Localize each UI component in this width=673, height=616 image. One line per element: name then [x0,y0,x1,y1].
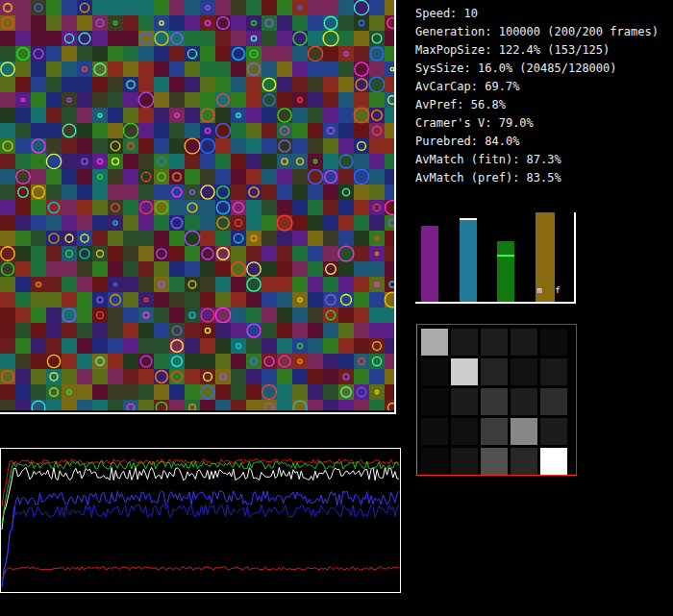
bar-chart-bottom-axis [415,302,576,304]
stat-line-avpref: AvPref: 56.8% [415,96,659,114]
bar-teal [460,218,477,302]
matrix-cell [451,358,478,385]
stat-line-maxpopsize: MaxPopSize: 122.4% (153/125) [415,41,659,60]
bar-mf-label: m f [537,285,564,295]
matrix-top-border [416,324,577,325]
matrix-bottom-border [416,475,577,476]
stat-line-purebred: Purebred: 84.0% [415,133,659,151]
matrix-cell [481,388,508,415]
stat-line-avmatch-pref: AvMatch (pref): 83.5% [415,169,659,187]
world-right-border [394,0,396,413]
matrix-cell [511,448,537,475]
bar-cap [460,218,477,220]
bar-marker [497,255,514,257]
bar-purple [421,226,438,302]
matrix-cell [481,448,508,475]
matrix-cell [481,418,508,445]
stats-panel: Speed: 10 Generation: 100000 (200/200 fr… [415,5,659,187]
matrix-left-border [416,324,417,476]
stat-line-avmatch-fitn: AvMatch (fitn): 87.3% [415,151,659,169]
matrix-cell [511,329,537,356]
matrix-cell [511,388,537,415]
matrix-cell [481,358,508,385]
matrix-cell [451,329,478,356]
history-chart [0,448,401,593]
matrix-cell [481,329,508,356]
stat-line-speed: Speed: 10 [415,5,659,23]
matrix-cell [451,388,478,415]
matrix-cell [540,448,567,475]
world-view [0,0,394,410]
stat-line-cramersv: Cramer's V: 79.0% [415,114,659,133]
bar-chart-right-axis [574,212,576,304]
stat-line-generation: Generation: 100000 (200/200 frames) [415,23,659,41]
world-view-wrap [0,0,394,410]
matrix-cell [421,329,448,356]
population-bar-chart: m f [415,212,576,304]
matrix-cell [511,358,537,385]
world-bottom-border [0,412,396,414]
matrix-right-border [576,324,577,476]
matrix-cell [421,358,448,385]
matrix-cell [451,448,478,475]
matrix-cell [540,358,567,385]
matrix-cell [451,418,478,445]
matrix-cell [540,388,567,415]
stat-line-syssize: SysSize: 16.0% (20485/128000) [415,60,659,78]
matrix-cell [540,329,567,356]
bar-green [497,241,514,302]
matrix-cell [421,448,448,475]
matrix-cell [511,418,537,445]
matrix-cell [421,418,448,445]
matrix-cell [540,418,567,445]
stat-line-avcarcap: AvCarCap: 69.7% [415,78,659,96]
matrix-cell [421,388,448,415]
mating-matrix [416,324,577,476]
